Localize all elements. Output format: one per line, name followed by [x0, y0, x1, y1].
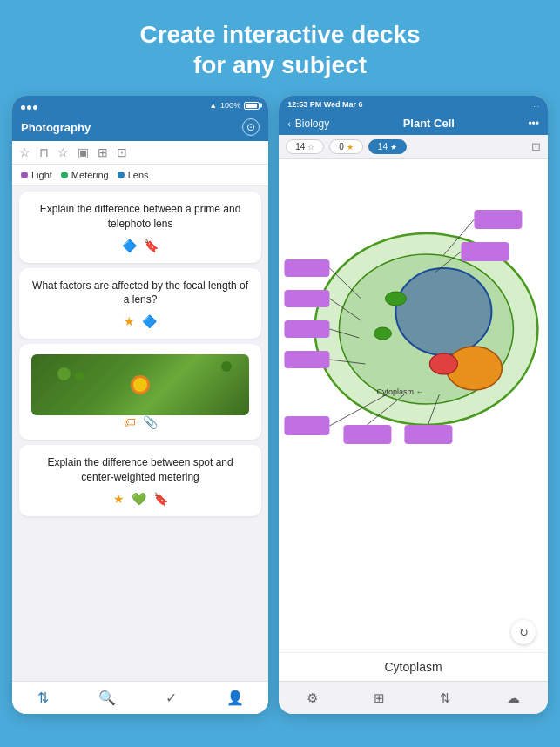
star-filled-sm: ★: [347, 143, 354, 151]
ipad-nav-menu-icon[interactable]: •••: [528, 118, 539, 130]
flower-center: [131, 375, 150, 394]
left-nav-bar: Photography ⊙: [12, 115, 268, 141]
card-4-icon-check: 💚: [132, 492, 146, 506]
svg-rect-17: [285, 351, 330, 368]
ipad-tab-sort-icon[interactable]: ⇅: [440, 690, 451, 706]
card-1-icon-bookmark: 🔷: [122, 239, 137, 252]
card-3-icon-clip: 📎: [143, 415, 158, 429]
tabbar-search-icon[interactable]: 🔍: [98, 690, 116, 706]
ipad-tab-settings-icon[interactable]: ⚙: [307, 690, 318, 706]
ipad-tabbar: ⚙ ⊞ ⇅ ☁: [279, 681, 548, 714]
nav-menu-button[interactable]: ⊙: [242, 118, 260, 136]
cell-diagram-svg: Cytoplasm ←: [279, 159, 548, 586]
page-header: Create interactive decks for any subject: [0, 0, 560, 96]
filter-pill-0[interactable]: 0 ★: [329, 139, 363, 154]
left-phone: ▲ 100% Photography ⊙ ☆ ⊓ ☆ ▣ ⊞ ⊡: [12, 96, 268, 714]
card-2[interactable]: What factors are affected by the focal l…: [19, 268, 261, 340]
card-1-icons: 🔷 🔖: [31, 239, 249, 252]
left-toolbar: ☆ ⊓ ☆ ▣ ⊞ ⊡: [12, 141, 268, 165]
card-4-text: Explain the difference between spot and …: [31, 455, 249, 485]
svg-rect-15: [285, 320, 330, 338]
svg-rect-13: [285, 290, 330, 307]
comment-icon[interactable]: ⊡: [117, 145, 127, 159]
card-1-icon-flag: 🔖: [144, 239, 159, 252]
cytoplasm-bottom-label: Cytoplasm: [279, 652, 548, 681]
ipad-nav-title: Plant Cell: [403, 117, 455, 130]
card-2-icons: ★ 🔷: [31, 314, 249, 328]
ipad-back-label: Biology: [295, 118, 329, 130]
phones-row: ▲ 100% Photography ⊙ ☆ ⊓ ☆ ▣ ⊞ ⊡: [0, 96, 560, 714]
star-outline-sm: ☆: [307, 143, 314, 151]
filter-count-14: 14: [295, 142, 305, 151]
card-4-icon-flag: 🔖: [153, 492, 168, 506]
filter-tags: Light Metering Lens: [12, 165, 268, 186]
layers-icon[interactable]: ▣: [78, 145, 89, 159]
ipad-tab-cloud-icon[interactable]: ☁: [507, 690, 520, 706]
svg-rect-7: [475, 210, 523, 229]
star-both-sm: ★: [390, 143, 397, 151]
tag-metering[interactable]: Metering: [61, 170, 109, 180]
tag-dot-light: [21, 172, 28, 178]
header-title: Create interactive decks for any subject: [35, 19, 525, 80]
star-outline-icon[interactable]: ☆: [19, 145, 30, 159]
card-4-icon-star: ★: [113, 492, 125, 506]
card-4[interactable]: Explain the difference between spot and …: [19, 445, 261, 516]
svg-rect-24: [405, 425, 453, 444]
nav-menu-icon: ⊙: [246, 121, 255, 133]
tag-lens-label: Lens: [128, 170, 149, 180]
card-2-icon-star: ★: [124, 314, 135, 328]
status-dots: [21, 98, 39, 113]
svg-rect-20: [285, 416, 330, 435]
filter-pill-14-star[interactable]: 14 ★: [368, 139, 407, 154]
svg-text:Cytoplasm ←: Cytoplasm ←: [377, 387, 424, 396]
card-3-icon-tag: 🏷: [124, 415, 136, 429]
ipad-back-button[interactable]: ‹ Biology: [287, 118, 329, 130]
battery-icon: [244, 102, 260, 110]
card-2-icon-bookmark: 🔷: [142, 314, 157, 328]
left-status-bar: ▲ 100%: [12, 96, 268, 115]
tag-dot-lens: [118, 172, 125, 178]
svg-rect-22: [344, 425, 392, 444]
tabbar-person-icon[interactable]: 👤: [226, 690, 244, 706]
card-3-image: [31, 354, 249, 415]
card-3-icons: 🏷 📎: [31, 415, 249, 429]
right-phone: 12:53 PM Wed Mar 6 ... ‹ Biology Plant C…: [279, 96, 548, 714]
ipad-nav-bar: ‹ Biology Plant Cell •••: [279, 113, 548, 135]
tag-light-label: Light: [31, 170, 52, 180]
status-right: ▲ 100%: [209, 101, 260, 110]
ipad-tab-grid-icon[interactable]: ⊞: [374, 690, 385, 706]
card-4-icons: ★ 💚 🔖: [31, 492, 249, 506]
star-icon[interactable]: ☆: [57, 145, 69, 159]
card-2-text: What factors are affected by the focal l…: [31, 279, 249, 308]
refresh-icon: ↻: [519, 626, 529, 639]
filter-clip-icon[interactable]: ⊡: [531, 140, 541, 153]
ipad-cell-content: Cytoplasm ← Cytoplasm ↻: [279, 159, 548, 681]
left-tabbar: ⇅ 🔍 ✓ 👤: [12, 681, 268, 714]
tabbar-shuffle-icon[interactable]: ⇅: [37, 690, 49, 706]
tag-metering-label: Metering: [71, 170, 109, 180]
card-3[interactable]: 🏷 📎: [19, 344, 261, 440]
tag-dot-metering: [61, 172, 68, 178]
grid-icon[interactable]: ⊞: [98, 145, 108, 159]
svg-point-5: [386, 292, 407, 306]
ipad-time: 12:53 PM Wed Mar 6: [287, 100, 362, 109]
svg-rect-11: [285, 259, 330, 277]
svg-rect-9: [462, 242, 509, 261]
refresh-button[interactable]: ↻: [511, 620, 536, 644]
svg-point-6: [374, 327, 392, 340]
filter-pill-14[interactable]: 14 ☆: [286, 139, 324, 154]
bookmark-icon[interactable]: ⊓: [39, 145, 49, 159]
filter-count-0: 0: [339, 142, 344, 151]
wifi-icon: ▲: [209, 101, 217, 110]
tabbar-check-icon[interactable]: ✓: [165, 690, 177, 706]
cards-list: Explain the difference between a prime a…: [12, 186, 268, 681]
tag-lens[interactable]: Lens: [118, 170, 149, 180]
left-nav-title: Photography: [21, 121, 91, 134]
svg-point-2: [396, 268, 492, 355]
ipad-status-right: ...: [533, 101, 539, 109]
filter-count-14b: 14: [378, 142, 388, 151]
back-chevron-icon: ‹: [287, 118, 291, 129]
card-1[interactable]: Explain the difference between a prime a…: [19, 192, 261, 263]
ipad-status-bar: 12:53 PM Wed Mar 6 ...: [279, 96, 548, 113]
tag-light[interactable]: Light: [21, 170, 52, 180]
